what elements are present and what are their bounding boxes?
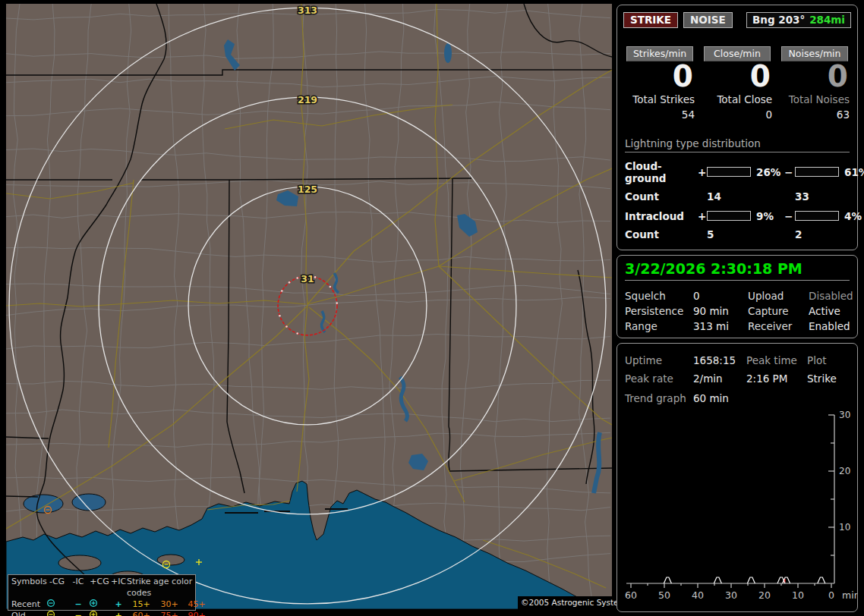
ring-dot (281, 290, 283, 292)
legend-age-value: 45+ (183, 599, 210, 610)
svg-text:0: 0 (828, 589, 834, 601)
status-label: Range (625, 319, 693, 334)
status-label: Capture (748, 303, 809, 319)
lightning-distribution: Lightning type distribution Cloud-ground… (625, 137, 850, 240)
circle-plus-icon (89, 610, 98, 616)
rate-value: 0 (701, 61, 774, 92)
total-label: Total Close (701, 93, 774, 105)
total-value: 54 (623, 108, 696, 121)
svg-text:30: 30 (839, 410, 850, 420)
positive-bar (707, 167, 751, 177)
lake (24, 495, 63, 513)
total-label: Total Strikes (623, 93, 696, 105)
count-label: Count (625, 228, 698, 240)
uptime-label: Uptime (625, 351, 693, 369)
lake (444, 43, 452, 63)
svg-text:30: 30 (725, 589, 737, 601)
circle-plus-icon (89, 599, 98, 608)
ring-distance-label: 125 (298, 184, 317, 195)
legend-row-label: Old (11, 610, 46, 616)
count-row: Count1433 (625, 190, 850, 203)
status-value: Enabled (809, 319, 856, 334)
ring-dot (289, 281, 291, 284)
bearing-display: Bng 203° 284mi (746, 12, 851, 28)
legend-age-value: 15+ (127, 599, 156, 610)
svg-text:min: min (842, 589, 857, 601)
legend-row-label: Recent (11, 599, 46, 610)
map-canvas[interactable]: 31321912531 (6, 4, 612, 609)
total-value: 0 (701, 108, 774, 121)
status-label: Persistence (625, 303, 693, 319)
status-value: 90 min (693, 303, 748, 319)
peak-rate-value: 2/min (693, 369, 746, 388)
negative-count: 33 (795, 190, 840, 203)
status-label: Upload (748, 288, 809, 303)
counter-noises-min: Noises/min0Total Noises63 (778, 46, 851, 121)
ring-dot (336, 302, 338, 304)
marsh-island (157, 555, 184, 565)
positive-pct: 26% (752, 166, 784, 178)
svg-text:20: 20 (839, 466, 850, 476)
stats-box: Uptime 1658:15 Peak time Plot Peak rate … (616, 343, 858, 612)
rate-value: 0 (623, 61, 696, 92)
negative-pct: 4% (840, 210, 864, 222)
ring-distance-label: 313 (298, 5, 317, 16)
distribution-row: Intracloud+9%−4% (625, 210, 850, 222)
copyright: ©2005 Astrogenic Systems (518, 596, 615, 609)
lightning-map[interactable]: 31321912531 Symbols-CG-IC+CG+ICStrike ag… (6, 4, 612, 609)
count-label: Count (625, 190, 698, 203)
positive-bar (707, 211, 751, 221)
uptime-value: 1658:15 (693, 351, 746, 369)
total-value: 63 (778, 108, 851, 121)
plus-sign: + (698, 166, 707, 178)
trend-value: 60 min (693, 392, 746, 404)
counter-close-min: Close/min0Total Close0 (701, 46, 774, 121)
count-row: Count52 (625, 228, 850, 240)
legend-col-header: -IC (68, 576, 89, 599)
minus-sign: − (784, 166, 795, 178)
plot-value: Strike (807, 369, 854, 388)
ring-dot (285, 325, 288, 328)
peak-time-value: 2:16 PM (746, 369, 807, 388)
legend-col-header: +IC (110, 576, 127, 599)
ring-dot (296, 332, 298, 335)
ring-dot (279, 315, 281, 317)
type-label: Intracloud (625, 210, 698, 222)
plus-icon: + (115, 611, 121, 616)
plus-icon: + (115, 599, 121, 609)
status-panel: STRIKE NOISE Bng 203° 284mi Strikes/min0… (615, 0, 864, 616)
negative-count: 2 (795, 228, 840, 240)
noise-toggle-button[interactable]: NOISE (683, 12, 733, 28)
rate-value: 0 (778, 61, 851, 92)
minus-icon: − (74, 611, 81, 616)
svg-text:10: 10 (792, 589, 804, 601)
status-value: 313 mi (693, 319, 748, 334)
status-value: Active (809, 303, 856, 319)
peak-time-label: Peak time (746, 351, 807, 369)
negative-bar (795, 167, 839, 177)
trend-graph-setting: Trend graph 60 min (625, 392, 857, 404)
ring-dot (314, 276, 317, 278)
legend-age-header: Strike age color codes (127, 576, 210, 599)
legend-age-value: 90+ (183, 610, 210, 616)
counters-box: STRIKE NOISE Bng 203° 284mi Strikes/min0… (616, 5, 858, 250)
minus-sign: − (784, 210, 795, 222)
circle-minus-icon (46, 610, 55, 616)
plot-label: Plot (807, 351, 854, 369)
status-box: 3/22/2026 2:30:18 PM Squelch0UploadDisab… (616, 255, 858, 338)
svg-text:60: 60 (625, 589, 637, 601)
minus-icon: − (74, 599, 81, 609)
total-label: Total Noises (778, 93, 851, 105)
strike-toggle-button[interactable]: STRIKE (623, 12, 678, 28)
ring-dot (330, 286, 332, 288)
legend-age-value: 30+ (156, 599, 183, 610)
circle-minus-icon (46, 599, 55, 608)
trend-graph: 1020306050403020100min (619, 410, 857, 609)
counter-strikes-min: Strikes/min0Total Strikes54 (623, 46, 696, 121)
status-value: 0 (693, 288, 748, 303)
peak-rate-label: Peak rate (625, 369, 693, 388)
uptime-stats: Uptime 1658:15 Peak time Plot Peak rate … (625, 351, 857, 388)
ring-distance-label: 31 (301, 273, 314, 284)
svg-text:10: 10 (839, 522, 850, 533)
svg-text:20: 20 (758, 589, 771, 601)
